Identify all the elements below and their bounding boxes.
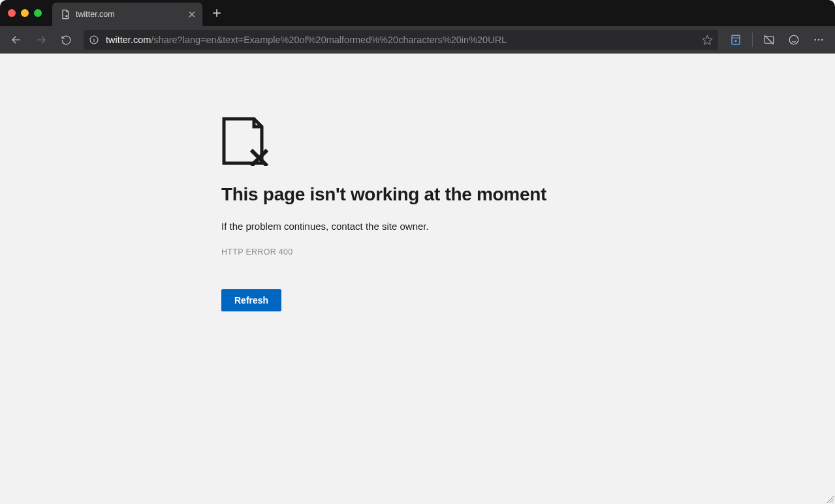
window-maximize-button[interactable]: [34, 9, 42, 17]
address-bar[interactable]: twitter.com/share?lang=en&text=Example%2…: [84, 30, 718, 50]
window-controls: [8, 9, 42, 17]
site-info-icon[interactable]: [89, 35, 99, 45]
refresh-button[interactable]: Refresh: [221, 289, 281, 311]
error-description: If the problem continues, contact the si…: [221, 221, 613, 232]
forward-button[interactable]: [30, 29, 52, 51]
svg-point-4: [815, 39, 816, 40]
tracking-prevention-button[interactable]: [758, 29, 780, 51]
toolbar-divider: [752, 33, 753, 47]
window-titlebar: twitter.com: [0, 0, 835, 26]
collections-button[interactable]: [725, 29, 747, 51]
svg-point-5: [818, 39, 819, 40]
svg-point-3: [789, 35, 798, 44]
browser-tab[interactable]: twitter.com: [52, 3, 202, 26]
url-text: twitter.com/share?lang=en&text=Example%2…: [106, 35, 695, 45]
browser-toolbar: twitter.com/share?lang=en&text=Example%2…: [0, 26, 835, 54]
tab-favicon-broken-page-icon: [60, 9, 71, 20]
url-host: twitter.com: [106, 35, 151, 45]
settings-more-button[interactable]: [808, 29, 830, 51]
favorite-button[interactable]: [702, 35, 713, 46]
window-close-button[interactable]: [8, 9, 16, 17]
reload-button[interactable]: [55, 29, 77, 51]
window-minimize-button[interactable]: [21, 9, 29, 17]
error-code: HTTP ERROR 400: [221, 247, 613, 257]
broken-page-icon: [221, 116, 613, 166]
tab-title: twitter.com: [76, 10, 183, 19]
new-tab-button[interactable]: [208, 4, 226, 22]
error-title: This page isn't working at the moment: [221, 184, 613, 205]
error-page: This page isn't working at the moment If…: [221, 116, 613, 311]
feedback-smiley-button[interactable]: [783, 29, 805, 51]
svg-point-6: [821, 39, 823, 40]
url-path: /share?lang=en&text=Example%20of%20malfo…: [151, 35, 507, 45]
back-button[interactable]: [5, 29, 27, 51]
page-content: This page isn't working at the moment If…: [0, 54, 835, 504]
resize-grip-icon[interactable]: [826, 495, 834, 503]
tab-close-button[interactable]: [188, 10, 196, 18]
